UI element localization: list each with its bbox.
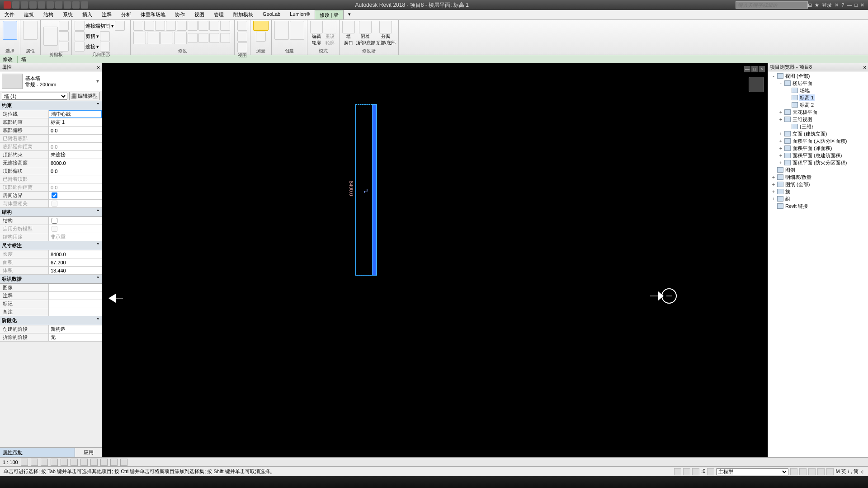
mirror-draw-icon[interactable] [166,21,176,31]
infocenter-icon[interactable]: ⊞ [808,2,812,8]
paste-button[interactable] [43,27,58,46]
prop-unconnected-h[interactable]: 无连接高度8000.0 [0,159,102,167]
properties-button[interactable] [23,21,38,40]
tab-massing[interactable]: 体量和场地 [136,10,170,19]
navigation-wheel[interactable] [749,77,764,92]
close-button[interactable]: ✕ [860,2,864,8]
tree-item[interactable]: +天花板平面 [769,108,867,116]
temp-dimension[interactable]: 8400.0 [349,181,354,196]
tree-item[interactable]: +族 [769,188,867,195]
group-phasing[interactable]: 阶段化⌃ [0,316,102,325]
tab-arch[interactable]: 建筑 [19,10,39,19]
qat-print-icon[interactable] [55,1,62,9]
properties-close-icon[interactable]: × [97,65,100,70]
prop-base-offset[interactable]: 底部偏移0.0 [0,127,102,135]
tree-item[interactable]: Revit 链接 [769,202,867,210]
tree-item[interactable]: +面积平面 (防火分区面积) [769,159,867,166]
arrow-icon[interactable]: ▾ [96,33,99,39]
prop-image[interactable]: 图像 [0,284,102,292]
unjoin-icon[interactable] [100,42,110,52]
tab-file[interactable]: 文件 [0,10,19,19]
drag-elements-icon[interactable] [826,468,834,475]
room-bounding-checkbox[interactable] [52,192,57,198]
delete-icon[interactable] [220,33,230,43]
qat-undo-icon[interactable] [38,1,45,9]
crop-visible-icon[interactable] [80,459,88,466]
tab-geolab[interactable]: GeoLab [258,10,285,19]
trim-extend-icon[interactable] [209,21,219,31]
qat-sync-icon[interactable] [29,1,37,9]
tab-expand-icon[interactable]: ▾ [344,10,356,19]
group-identity[interactable]: 标识数据⌃ [0,275,102,284]
vp-minimize-icon[interactable]: — [744,66,750,72]
group-structural[interactable]: 结构⌃ [0,208,102,217]
expand-icon[interactable]: + [778,153,783,158]
instance-filter-select[interactable]: 墙 (1) [2,93,67,100]
login-star-icon[interactable]: ★ [815,2,819,8]
measure-icon[interactable] [253,21,269,31]
tree-item[interactable]: 图例 [769,166,867,174]
elevation-marker-west[interactable] [106,289,124,307]
editable-icon[interactable] [683,468,690,475]
tree-item[interactable]: +面积平面 (总建筑面积) [769,152,867,159]
tab-struct[interactable]: 结构 [39,10,58,19]
array-radial-icon[interactable] [198,21,208,31]
qat-tag-icon[interactable] [81,1,88,9]
group-dimensions[interactable]: 尺寸标注⌃ [0,241,102,250]
tab-view[interactable]: 视图 [190,10,209,19]
elevation-marker-east[interactable] [650,285,677,307]
tab-manage[interactable]: 管理 [209,10,229,19]
lock-icon[interactable] [220,21,230,31]
create-group-icon[interactable] [290,21,304,40]
tree-item[interactable]: -楼层平面 [769,80,867,87]
tree-item[interactable]: 场地 [769,87,867,94]
offset-icon[interactable] [144,21,154,31]
tree-item[interactable]: +明细表/数量 [769,174,867,181]
prop-structural[interactable]: 结构 [0,217,102,225]
hide-icon[interactable] [237,21,247,31]
tab-analyze[interactable]: 分析 [117,10,136,19]
scale-display[interactable]: 1 : 100 [3,460,18,465]
mirror-axis-icon[interactable] [155,21,165,31]
dim-icon[interactable] [256,32,266,42]
tab-collab[interactable]: 协作 [170,10,190,19]
move-icon[interactable] [133,32,146,44]
array-rect-icon[interactable] [188,21,198,31]
browser-close-icon[interactable]: × [863,65,866,70]
copy-button[interactable] [59,31,69,41]
matchprops-button[interactable] [59,42,69,52]
detach-icon[interactable] [379,21,392,33]
reveal-hidden-icon[interactable] [110,459,118,466]
expand-icon[interactable]: + [778,131,783,136]
prop-comments[interactable]: 注释 [0,292,102,300]
join-cut-icon[interactable] [75,21,85,31]
uncut-icon[interactable] [100,31,110,41]
reset-profile-icon[interactable] [324,21,336,33]
create-similar-icon[interactable] [274,21,289,40]
arrow-icon[interactable]: ▾ [111,23,114,29]
help-icon[interactable]: ? [841,2,844,8]
tab-addins[interactable]: 附加模块 [229,10,258,19]
copy-tool-icon[interactable] [147,32,160,44]
attach-icon[interactable] [359,21,372,33]
tab-modify-wall[interactable]: 修改 | 墙 [315,10,344,19]
select-pinned-icon[interactable] [808,468,816,475]
prop-room-bounding[interactable]: 房间边界 [0,192,102,200]
split-icon[interactable] [177,21,187,31]
cut-button[interactable] [59,21,69,31]
expand-icon[interactable]: - [771,73,776,79]
lock-view-icon[interactable] [90,459,98,466]
tree-item[interactable]: -视图 (全部) [769,72,867,80]
arrow-icon[interactable]: ▾ [96,44,99,50]
login-button[interactable]: 登录 [822,2,832,9]
workset-icon[interactable] [674,468,681,475]
vp-maximize-icon[interactable]: □ [751,66,758,72]
modify-tool-button[interactable] [3,21,17,40]
tree-item[interactable]: +面积平面 (净面积) [769,145,867,152]
model-select[interactable]: 主模型 [716,468,788,475]
design-options-icon[interactable] [692,468,699,475]
exchange-icon[interactable]: ✕ [835,2,839,8]
align-icon[interactable] [133,21,143,31]
qat-save-icon[interactable] [21,1,28,9]
render-icon[interactable] [61,459,68,466]
